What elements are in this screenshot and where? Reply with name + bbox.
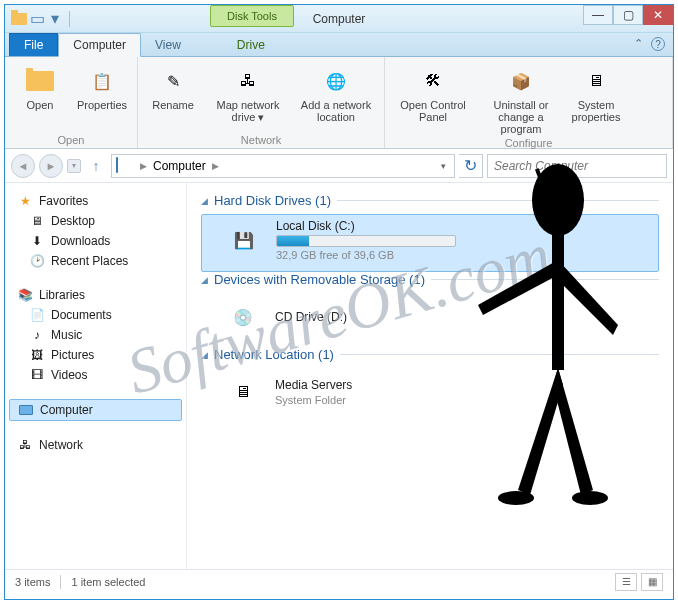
computer-icon (116, 158, 132, 174)
qat-newfolder-icon[interactable]: ▾ (47, 11, 63, 27)
address-bar[interactable]: ▶ Computer ▶ ▾ (111, 154, 455, 178)
chevron-right-icon: ▶ (208, 161, 223, 171)
ribbon-group-network: Network (144, 132, 378, 146)
documents-icon: 📄 (29, 307, 45, 323)
tree-videos[interactable]: 🎞Videos (9, 365, 182, 385)
contextual-tab-label: Disk Tools (210, 5, 294, 27)
map-network-drive-button[interactable]: 🖧 Map network drive ▾ (206, 61, 290, 132)
system-properties-button[interactable]: 🖥 System properties (567, 61, 625, 135)
close-button[interactable]: ✕ (643, 5, 673, 25)
view-icons-button[interactable]: ▦ (641, 573, 663, 591)
ribbon-collapse-icon[interactable]: ⌃ (634, 37, 643, 51)
nav-bar: ◄ ► ▾ ↑ ▶ Computer ▶ ▾ ↻ (5, 149, 673, 183)
collapse-icon: ◢ (201, 275, 208, 285)
content-pane: ◢ Hard Disk Drives (1) 💾 Local Disk (C:)… (187, 183, 673, 569)
pictures-icon: 🖼 (29, 347, 45, 363)
folder-open-icon (24, 65, 56, 97)
tree-desktop[interactable]: 🖥Desktop (9, 211, 182, 231)
drive-local-c[interactable]: 💾 Local Disk (C:) 32,9 GB free of 39,6 G… (201, 214, 659, 272)
network-drive-icon: 🖧 (232, 65, 264, 97)
tree-recent[interactable]: 🕑Recent Places (9, 251, 182, 271)
collapse-icon: ◢ (201, 196, 208, 206)
properties-button[interactable]: 📋 Properties (73, 61, 131, 132)
libraries-icon: 📚 (17, 287, 33, 303)
view-details-button[interactable]: ☰ (615, 573, 637, 591)
ribbon-group-open: Open (11, 132, 131, 146)
minimize-button[interactable]: — (583, 5, 613, 25)
drive-name: CD Drive (D:) (275, 310, 347, 324)
network-add-icon: 🌐 (320, 65, 352, 97)
group-hdd[interactable]: ◢ Hard Disk Drives (1) (201, 193, 659, 208)
tab-file[interactable]: File (9, 33, 58, 56)
downloads-icon: ⬇ (29, 233, 45, 249)
ribbon: Open 📋 Properties Open ✎ Rename 🖧 Map ne… (5, 57, 673, 149)
tab-drive[interactable]: Drive (223, 34, 279, 56)
tree-documents[interactable]: 📄Documents (9, 305, 182, 325)
tree-downloads[interactable]: ⬇Downloads (9, 231, 182, 251)
maximize-button[interactable]: ▢ (613, 5, 643, 25)
search-input[interactable] (487, 154, 667, 178)
videos-icon: 🎞 (29, 367, 45, 383)
system-icon: 🖥 (580, 65, 612, 97)
status-bar: 3 items 1 item selected ☰ ▦ (5, 569, 673, 593)
forward-button[interactable]: ► (39, 154, 63, 178)
explorer-window: ▭ ▾ Disk Tools Computer — ▢ ✕ File Compu… (4, 4, 674, 600)
ribbon-group-configure: Configure (391, 135, 666, 149)
qat-properties-icon[interactable]: ▭ (29, 11, 45, 27)
control-panel-icon: 🛠 (417, 65, 449, 97)
group-removable[interactable]: ◢ Devices with Removable Storage (1) (201, 272, 659, 287)
properties-icon: 📋 (86, 65, 118, 97)
tree-pictures[interactable]: 🖼Pictures (9, 345, 182, 365)
drive-cd-d[interactable]: 💿 CD Drive (D:) (201, 293, 659, 347)
tree-network[interactable]: 🖧Network (9, 435, 182, 455)
control-panel-button[interactable]: 🛠 Open Control Panel (391, 61, 475, 135)
drive-subtext: System Folder (275, 394, 352, 406)
nav-tree: ★Favorites 🖥Desktop ⬇Downloads 🕑Recent P… (5, 183, 187, 569)
drive-name: Local Disk (C:) (276, 219, 456, 233)
collapse-icon: ◢ (201, 350, 208, 360)
uninstall-icon: 📦 (505, 65, 537, 97)
drive-media-servers[interactable]: 🖥 Media Servers System Folder (201, 368, 659, 422)
tree-favorites[interactable]: ★Favorites (9, 191, 182, 211)
ribbon-tabs: File Computer View Drive ⌃ ? (5, 33, 673, 57)
drive-free-text: 32,9 GB free of 39,6 GB (276, 249, 456, 261)
group-network-location[interactable]: ◢ Network Location (1) (201, 347, 659, 362)
media-server-icon: 🖥 (221, 372, 265, 412)
tree-computer[interactable]: Computer (9, 399, 182, 421)
hdd-icon: 💾 (222, 220, 266, 260)
status-item-count: 3 items (15, 576, 50, 588)
tab-view[interactable]: View (141, 34, 195, 56)
cd-icon: 💿 (221, 297, 265, 337)
open-button[interactable]: Open (11, 61, 69, 132)
history-dropdown[interactable]: ▾ (67, 159, 81, 173)
address-dropdown-icon[interactable]: ▾ (437, 161, 450, 171)
star-icon: ★ (17, 193, 33, 209)
rename-button[interactable]: ✎ Rename (144, 61, 202, 132)
tree-music[interactable]: ♪Music (9, 325, 182, 345)
drive-name: Media Servers (275, 378, 352, 392)
add-network-location-button[interactable]: 🌐 Add a network location (294, 61, 378, 132)
window-title: Computer (313, 12, 366, 26)
refresh-button[interactable]: ↻ (459, 154, 483, 178)
computer-icon (18, 402, 34, 418)
uninstall-button[interactable]: 📦 Uninstall or change a program (479, 61, 563, 135)
back-button[interactable]: ◄ (11, 154, 35, 178)
network-icon: 🖧 (17, 437, 33, 453)
recent-icon: 🕑 (29, 253, 45, 269)
rename-icon: ✎ (157, 65, 189, 97)
desktop-icon: 🖥 (29, 213, 45, 229)
status-selected-count: 1 item selected (71, 576, 145, 588)
titlebar: ▭ ▾ Disk Tools Computer — ▢ ✕ (5, 5, 673, 33)
chevron-right-icon: ▶ (136, 161, 151, 171)
up-button[interactable]: ↑ (85, 155, 107, 177)
music-icon: ♪ (29, 327, 45, 343)
tab-computer[interactable]: Computer (58, 33, 141, 57)
breadcrumb-computer[interactable]: Computer (151, 159, 208, 173)
storage-bar (276, 235, 456, 247)
tree-libraries[interactable]: 📚Libraries (9, 285, 182, 305)
help-icon[interactable]: ? (651, 37, 665, 51)
app-icon (11, 11, 27, 27)
